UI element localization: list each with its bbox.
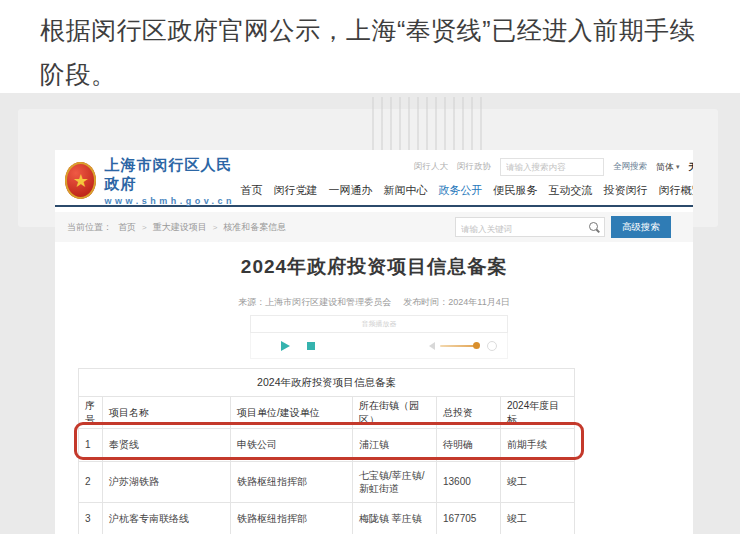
nav-item-interaction[interactable]: 互动交流 <box>549 183 593 198</box>
stop-icon[interactable] <box>307 342 315 350</box>
col-header-index: 序号 <box>79 397 103 429</box>
breadcrumb-item-home[interactable]: 首页 <box>118 221 136 234</box>
table-cell: 铁路枢纽指挥部 <box>231 462 353 503</box>
advanced-search-button[interactable]: 高级搜索 <box>611 216 671 238</box>
play-icon[interactable] <box>281 341 290 351</box>
table-cell: 13600 <box>437 462 501 503</box>
table-cell: 167705 <box>437 503 501 534</box>
site-url: www.shmh.gov.cn <box>104 196 240 206</box>
projects-table: 2024年政府投资项目信息备案 序号 项目名称 项目单位/建设单位 所在街镇（园… <box>78 368 575 534</box>
nav-item-news-center[interactable]: 新闻中心 <box>384 183 428 198</box>
link-minhang-zhengxie[interactable]: 闵行政协 <box>457 161 491 173</box>
volume-slider-knob[interactable] <box>473 342 480 349</box>
table-header-row: 序号 项目名称 项目单位/建设单位 所在街镇（园区） 总投资 2024年度目标 <box>79 397 575 429</box>
accessibility-link[interactable]: 无障碍 <box>689 161 693 174</box>
breadcrumb-separator: > <box>142 223 147 232</box>
language-select-label: 简体 <box>656 161 674 174</box>
breadcrumb-label: 当前位置： <box>67 221 112 234</box>
screenshot-backdrop: ★ 上海市闵行区人民政府 www.shmh.gov.cn 闵行人大 闵行政协 全… <box>0 93 740 534</box>
table-cell: 铁路枢纽指挥部 <box>231 503 353 534</box>
site-header: ★ 上海市闵行区人民政府 www.shmh.gov.cn 闵行人大 闵行政协 全… <box>55 150 693 207</box>
nav-item-minhang-overview[interactable]: 闵行概览 <box>659 183 693 198</box>
table-cell: 2 <box>79 462 103 503</box>
nav-item-home[interactable]: 首页 <box>241 183 263 198</box>
article-source: 来源：上海市闵行区建设和管理委员会 <box>238 296 391 309</box>
nav-item-invest-minhang[interactable]: 投资闵行 <box>604 183 648 198</box>
breadcrumb-separator: > <box>213 223 218 232</box>
table-cell: 3 <box>79 503 103 534</box>
site-brand[interactable]: ★ 上海市闵行区人民政府 www.shmh.gov.cn <box>65 156 241 205</box>
table-cell: 沪苏湖铁路 <box>103 462 231 503</box>
link-minhang-renda[interactable]: 闵行人大 <box>414 161 448 173</box>
table-cell: 竣工 <box>501 503 575 534</box>
keyword-search-input[interactable] <box>456 220 592 238</box>
table-row-huhang-link-line: 3 沪杭客专南联络线 铁路枢纽指挥部 梅陇镇 莘庄镇 167705 竣工 <box>79 503 575 534</box>
col-header-town: 所在街镇（园区） <box>353 397 437 429</box>
table-cell: 梅陇镇 莘庄镇 <box>353 503 437 534</box>
table-caption: 2024年政府投资项目信息备案 <box>79 369 575 397</box>
search-icon[interactable] <box>589 222 598 231</box>
header-right: 闵行人大 闵行政协 全网搜索 简体 ▾ 无障碍 关怀版 首页 闵行党建 <box>241 156 693 205</box>
volume-control <box>429 341 497 351</box>
audio-player-controls <box>250 333 508 359</box>
brand-text: 上海市闵行区人民政府 www.shmh.gov.cn <box>104 156 240 206</box>
national-emblem-logo: ★ <box>65 162 96 199</box>
nav-item-gov-info-active[interactable]: 政务公开 <box>439 183 483 198</box>
site-search-button[interactable]: 全网搜索 <box>613 161 647 173</box>
table-cell: 申铁公司 <box>231 429 353 462</box>
table-cell: 沪杭客专南联络线 <box>103 503 231 534</box>
article-intro-text: 根据闵行区政府官网公示，上海“奉贤线”已经进入前期手续阶段。 <box>40 8 708 96</box>
speaker-icon <box>429 342 435 350</box>
loop-icon <box>487 341 497 351</box>
breadcrumb-bar: 当前位置： 首页 > 重大建设项目 > 核准和备案信息 高级搜索 <box>55 212 693 242</box>
main-nav: 首页 闵行党建 一网通办 新闻中心 政务公开 便民服务 互动交流 投资闵行 闵行… <box>241 183 693 202</box>
table-row-fengxian-line: 1 奉贤线 申铁公司 浦江镇 待明确 前期手续 <box>79 429 575 462</box>
breadcrumb-item-major-projects[interactable]: 重大建设项目 <box>153 221 207 234</box>
table-cell: 七宝镇/莘庄镇/新虹街道 <box>353 462 437 503</box>
nav-item-party-building[interactable]: 闵行党建 <box>274 183 318 198</box>
article-meta: 来源：上海市闵行区建设和管理委员会 发布时间：2024年11月4日 <box>55 296 693 309</box>
volume-slider[interactable] <box>440 345 478 347</box>
nav-item-public-services[interactable]: 便民服务 <box>494 183 538 198</box>
col-header-annual-goal: 2024年度目标 <box>501 397 575 429</box>
table-cell: 1 <box>79 429 103 462</box>
nav-item-one-stop[interactable]: 一网通办 <box>329 183 373 198</box>
audio-player-caption: 音频播放器 <box>250 315 508 333</box>
screenshot-page: 根据闵行区政府官网公示，上海“奉贤线”已经进入前期手续阶段。 ★ 上海市闵行区人… <box>0 0 740 534</box>
col-header-investment: 总投资 <box>437 397 501 429</box>
breadcrumb-item-filing-info[interactable]: 核准和备案信息 <box>223 221 286 234</box>
article-publish-date: 发布时间：2024年11月4日 <box>403 296 509 309</box>
table-cell: 浦江镇 <box>353 429 437 462</box>
table-cell: 奉贤线 <box>103 429 231 462</box>
table-caption-row: 2024年政府投资项目信息备案 <box>79 369 575 397</box>
breadcrumb: 当前位置： 首页 > 重大建设项目 > 核准和备案信息 <box>67 221 286 234</box>
keyword-search-group: 高级搜索 <box>455 216 671 238</box>
site-search-input[interactable] <box>500 158 604 176</box>
page-title: 2024年政府投资项目信息备案 <box>55 254 693 280</box>
audio-player: 音频播放器 <box>250 315 508 359</box>
language-select[interactable]: 简体 ▾ <box>656 161 680 174</box>
col-header-project-name: 项目名称 <box>103 397 231 429</box>
table-cell: 竣工 <box>501 462 575 503</box>
table-cell: 待明确 <box>437 429 501 462</box>
col-header-unit: 项目单位/建设单位 <box>231 397 353 429</box>
keyword-search-box <box>455 217 605 237</box>
emblem-star-icon: ★ <box>73 172 89 190</box>
chevron-down-icon: ▾ <box>676 163 680 171</box>
site-title: 上海市闵行区人民政府 <box>104 156 240 194</box>
gov-site-screenshot: ★ 上海市闵行区人民政府 www.shmh.gov.cn 闵行人大 闵行政协 全… <box>55 150 693 534</box>
table-cell: 前期手续 <box>501 429 575 462</box>
table-row-husuhu-railway: 2 沪苏湖铁路 铁路枢纽指挥部 七宝镇/莘庄镇/新虹街道 13600 竣工 <box>79 462 575 503</box>
header-utility-row: 闵行人大 闵行政协 全网搜索 简体 ▾ 无障碍 关怀版 <box>414 158 693 176</box>
